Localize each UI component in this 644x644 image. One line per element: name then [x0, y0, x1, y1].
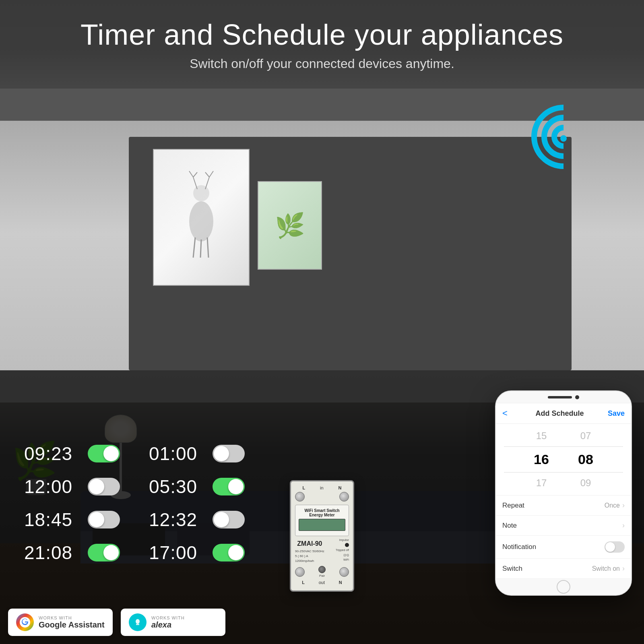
settings-section: Repeat Once › Note › Notification Switch…: [496, 495, 631, 579]
hour-3: 17: [531, 477, 551, 489]
save-button[interactable]: Save: [608, 409, 625, 418]
minute-1: 07: [576, 430, 596, 442]
timer-toggle-5[interactable]: [213, 511, 245, 528]
device-bottom-labels: L out N: [295, 580, 349, 585]
repeat-row[interactable]: Repeat Once ›: [496, 495, 631, 516]
screw-top-right: [339, 492, 349, 502]
google-badge-text: WORKS WITH Google Assistant: [39, 615, 105, 630]
timer-item-6: 21:08: [24, 542, 125, 564]
google-badge-top: WORKS WITH: [39, 615, 105, 620]
screw-bottom-right: [339, 567, 349, 577]
svg-line-4: [205, 177, 209, 189]
svg-point-13: [136, 619, 140, 624]
phone-camera: [575, 395, 579, 399]
google-badge-bottom: Google Assistant: [39, 620, 105, 630]
wall-art-inner: [154, 150, 249, 285]
timer-item-5: 12:32: [149, 509, 250, 530]
time-row-1: 15 07: [496, 428, 631, 444]
svg-line-2: [189, 171, 193, 177]
pair-label-area: Pair: [318, 566, 326, 578]
picker-line-top: [504, 446, 623, 447]
timer-toggle-2[interactable]: [88, 478, 120, 495]
timer-toggle-3[interactable]: [213, 478, 245, 495]
hour-1: 15: [531, 430, 551, 442]
device-title-line2: Energy Meter: [299, 513, 345, 517]
note-row[interactable]: Note ›: [496, 516, 631, 536]
device-specs: 90-250VAC 50/60Hz5 ( 60 ) A1200imp/kwh: [295, 549, 324, 564]
minute-active: 08: [576, 452, 596, 467]
timer-toggle-0[interactable]: [88, 445, 120, 462]
timer-time-7: 17:00: [149, 542, 205, 564]
picker-line-bottom: [504, 472, 623, 473]
svg-rect-14: [136, 624, 139, 625]
toggle-knob-2: [89, 479, 104, 494]
phone-top-bar: [496, 391, 631, 403]
device-bottom-row: Pair: [295, 566, 349, 578]
phone-container: < Add Schedule Save 15 07 16 08 17 09: [487, 390, 644, 596]
toggle-knob-5: [214, 512, 229, 527]
repeat-label: Repeat: [502, 502, 605, 510]
terminal-out: out: [319, 580, 325, 585]
device-container: L in N WiFi Smart Switch Energy Meter ZM…: [274, 480, 370, 592]
subtitle: Switch on/off your connected devices any…: [190, 56, 454, 71]
device-top-screws: [295, 492, 349, 502]
svg-line-6: [205, 172, 209, 177]
alexa-badge-text: WORKS With alexa: [151, 615, 185, 630]
timer-toggle-7[interactable]: [213, 544, 245, 561]
timer-toggle-1[interactable]: [213, 445, 245, 462]
switch-row[interactable]: Switch Switch on ›: [496, 559, 631, 579]
pair-label: Pair: [318, 574, 326, 578]
timer-time-2: 12:00: [24, 476, 80, 497]
main-title: Timer and Schedule your appliances: [80, 17, 564, 52]
screw-bottom-left: [295, 567, 305, 577]
notification-toggle[interactable]: [605, 541, 625, 553]
terminal-L-top: L: [302, 485, 305, 490]
repeat-chevron: ›: [622, 501, 625, 510]
alexa-badge-bottom: alexa: [151, 620, 185, 630]
home-button[interactable]: [557, 580, 570, 594]
svg-line-5: [209, 171, 213, 177]
time-row-2[interactable]: 16 08: [496, 449, 631, 470]
wifi-icon: [523, 93, 604, 157]
alexa-badge: WORKS With alexa: [121, 609, 225, 636]
back-button[interactable]: <: [502, 408, 508, 419]
device-model: ZMAI-90: [295, 540, 324, 547]
phone-speaker: [548, 396, 572, 398]
device-body: L in N WiFi Smart Switch Energy Meter ZM…: [290, 480, 354, 592]
svg-line-3: [193, 172, 197, 177]
note-label: Note: [502, 522, 622, 530]
svg-line-9: [200, 239, 201, 258]
app-nav: < Add Schedule Save: [496, 403, 631, 424]
note-chevron: ›: [622, 521, 625, 530]
svg-point-0: [193, 185, 209, 201]
timer-item-0: 09:23: [24, 443, 125, 464]
timer-toggle-4[interactable]: [88, 511, 120, 528]
tripped-label: Tripped off: [336, 549, 349, 551]
terminal-N-top: N: [339, 485, 342, 490]
toggle-knob-0: [103, 446, 119, 461]
pair-button[interactable]: [318, 566, 326, 573]
wall-art-2: 🌿: [258, 181, 322, 270]
timer-time-0: 09:23: [24, 443, 80, 464]
wifi-label: ((•)): [344, 553, 349, 557]
alexa-badge-top: WORKS With: [151, 615, 185, 620]
timer-time-4: 18:45: [24, 509, 80, 530]
timer-item-7: 17:00: [149, 542, 250, 564]
svg-line-10: [207, 237, 208, 258]
phone-mockup: < Add Schedule Save 15 07 16 08 17 09: [495, 390, 632, 596]
timer-time-1: 01:00: [149, 443, 205, 464]
device-info-panel: WiFi Smart Switch Energy Meter: [295, 505, 349, 536]
timer-time-5: 12:32: [149, 509, 205, 530]
notification-label: Notification: [502, 543, 605, 551]
nav-title: Add Schedule: [512, 409, 608, 418]
wifi-text: WiFi: [343, 558, 349, 561]
toggle-knob-1: [214, 446, 229, 461]
header-section: Timer and Schedule your appliances Switc…: [0, 0, 644, 89]
timer-toggle-6[interactable]: [88, 544, 120, 561]
timer-time-3: 05:30: [149, 476, 205, 497]
minute-3: 09: [576, 477, 596, 489]
google-assistant-badge: WORKS WITH Google Assistant: [8, 609, 113, 636]
svg-line-1: [193, 177, 197, 189]
impulse-label: Impulse: [339, 539, 349, 541]
hour-active: 16: [531, 452, 551, 467]
